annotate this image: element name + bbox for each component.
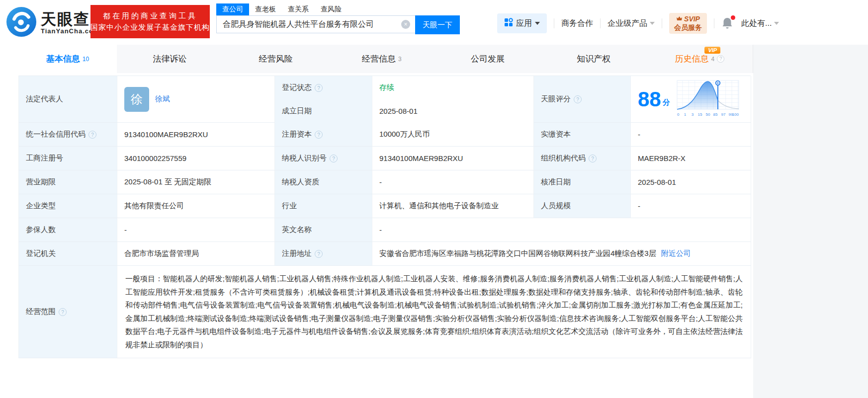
svip-member-badge[interactable]: SVIP 会员服务 xyxy=(669,13,707,34)
label-text: 登记状态 xyxy=(282,83,312,92)
value-taxpayer-qualification: - xyxy=(372,170,534,194)
value-industry: 计算机、通信和其他电子设备制造业 xyxy=(372,194,534,218)
value-legal-representative: 徐 徐斌 xyxy=(117,76,275,123)
help-icon[interactable]: ? xyxy=(315,250,323,258)
avatar[interactable]: 徐 xyxy=(124,87,149,112)
help-icon[interactable]: ? xyxy=(717,55,724,63)
chevron-down-icon xyxy=(535,22,540,25)
divider xyxy=(600,18,601,28)
tianyancha-logo[interactable]: 天眼查 TianYanCha.com xyxy=(6,6,100,39)
help-icon[interactable]: ? xyxy=(330,155,338,162)
score-distribution-chart: 0 1 3 15 50 85 97 99 100 xyxy=(676,79,740,120)
tab-basic-info[interactable]: 基本信息 10 xyxy=(18,45,117,73)
top-header: 天眼查 TianYanCha.com 都在用的商业查询工具 国家中小企业发展子基… xyxy=(0,0,868,45)
tab-label: 历史信息 xyxy=(675,53,709,65)
label-text: 纳税人资质 xyxy=(282,177,319,187)
legal-representative-link[interactable]: 徐斌 xyxy=(155,94,170,104)
value-approval-date: 2025-08-01 xyxy=(631,170,751,194)
table-row: 经营范围 ? 一般项目：智能机器人的研发;智能机器人销售;工业机器人销售;特殊作… xyxy=(19,266,751,358)
notification-dot xyxy=(731,15,735,20)
apps-menu[interactable]: 应用 xyxy=(497,13,547,33)
tab-company-development[interactable]: 公司发展 xyxy=(435,45,541,73)
label-text: 统一社会信用代码 xyxy=(26,130,86,139)
promo-line1: 都在用的商业查询工具 xyxy=(103,11,197,21)
notification-bell-icon[interactable] xyxy=(721,17,734,30)
label-registration-status: 登记状态 ? xyxy=(275,76,372,100)
value-insured-count: - xyxy=(117,218,275,242)
value-business-term: 2025-08-01 至 无固定期限 xyxy=(117,170,275,194)
tab-label: 经营信息 xyxy=(362,53,396,65)
tab-operation-info[interactable]: 经营信息 3 xyxy=(329,45,434,73)
value-credit-code: 91340100MAER9B2RXU xyxy=(117,123,275,147)
search-tabs: 查公司 查老板 查关系 查风险 xyxy=(216,3,460,15)
tab-label: 法律诉讼 xyxy=(153,53,187,65)
company-basic-info-table: 法定代表人 徐 徐斌 登记状态 ? 存续 天眼评分 ? 88 分 xyxy=(18,76,751,358)
value-organization-code: MAER9B2R-X xyxy=(631,147,751,170)
value-text: 计算机、通信和其他电子设备制造业 xyxy=(379,201,499,211)
label-text: 注册资本 xyxy=(282,130,312,139)
divider xyxy=(554,18,554,28)
svg-text:3: 3 xyxy=(691,112,694,117)
promo-banner: 都在用的商业查询工具 国家中小企业发展子基金旗下机构 xyxy=(90,5,210,38)
address-text: 安徽省合肥市瑶海区幸福路与桃花潭路交口中国网谷物联网科技产业园4幢综合楼3层 xyxy=(379,249,656,258)
svg-text:0: 0 xyxy=(677,112,680,117)
tab-label: 公司发展 xyxy=(471,53,505,65)
search-tab-risk[interactable]: 查风险 xyxy=(315,3,347,15)
value-paid-capital: - xyxy=(631,123,751,147)
label-english-name: 英文名称 xyxy=(275,218,372,242)
tab-label: 知识产权 xyxy=(577,53,610,65)
nav-business-cooperation[interactable]: 商务合作 xyxy=(561,18,593,29)
tab-legal-proceedings[interactable]: 法律诉讼 xyxy=(117,45,223,73)
clear-search-icon[interactable]: × xyxy=(401,20,410,29)
search-tab-relation[interactable]: 查关系 xyxy=(282,3,315,15)
label-business-term: 营业期限 xyxy=(19,170,117,194)
value-text: 2025-08-01 xyxy=(638,178,676,186)
value-english-name: - xyxy=(372,218,751,242)
tab-intellectual-property[interactable]: 知识产权 xyxy=(541,45,647,73)
value-text: 2025-08-01 xyxy=(379,107,418,115)
help-icon[interactable]: ? xyxy=(88,131,96,139)
value-tianyan-score[interactable]: 88 分 xyxy=(631,76,751,123)
label-text: 营业期限 xyxy=(26,177,56,187)
help-icon[interactable]: ? xyxy=(59,308,67,316)
search-button[interactable]: 天眼一下 xyxy=(415,15,460,34)
label-tianyan-score: 天眼评分 ? xyxy=(534,76,631,123)
search-tab-company[interactable]: 查公司 xyxy=(216,3,249,15)
label-taxpayer-qualification: 纳税人资质 xyxy=(275,170,372,194)
label-text: 注册地址 xyxy=(282,249,312,258)
apps-grid-icon xyxy=(504,18,513,29)
nav-account-menu[interactable]: 此处有... xyxy=(741,18,779,29)
value-text: 340100002257559 xyxy=(124,154,186,162)
help-icon[interactable]: ? xyxy=(574,95,582,103)
value-text: - xyxy=(379,226,382,234)
value-text: 其他有限责任公司 xyxy=(124,201,184,211)
value-text: - xyxy=(638,202,640,210)
label-organization-code: 组织机构代码 ? xyxy=(534,147,631,170)
nearby-companies-link[interactable]: 附近公司 xyxy=(661,249,691,258)
nav-enterprise-products[interactable]: 企业级产品 xyxy=(608,18,655,29)
tab-history-info[interactable]: VIP 历史信息 4 ? xyxy=(647,45,753,73)
help-icon[interactable]: ? xyxy=(315,84,323,92)
tab-operation-risk[interactable]: 经营风险 xyxy=(223,45,329,73)
label-registered-capital: 注册资本 ? xyxy=(275,123,372,147)
tab-label: 基本信息 xyxy=(46,53,80,65)
help-icon[interactable]: ? xyxy=(315,131,323,139)
label-text: 法定代表人 xyxy=(26,94,63,104)
label-industry: 行业 xyxy=(275,194,372,218)
label-text: 英文名称 xyxy=(282,225,312,235)
label-text: 组织机构代码 xyxy=(541,154,586,163)
value-text: MAER9B2R-X xyxy=(638,154,686,162)
search-input[interactable] xyxy=(216,15,415,33)
search-tab-boss[interactable]: 查老板 xyxy=(249,3,282,15)
table-row: 统一社会信用代码 ? 91340100MAER9B2RXU 注册资本 ? 100… xyxy=(19,123,751,147)
crown-icon xyxy=(676,15,683,23)
value-text: 10000万人民币 xyxy=(379,130,430,139)
chevron-down-icon xyxy=(650,22,655,25)
help-icon[interactable]: ? xyxy=(589,155,597,162)
label-insured-count: 参保人数 xyxy=(19,218,117,242)
vip-badge: VIP xyxy=(704,47,720,54)
label-company-type: 企业类型 xyxy=(19,194,117,218)
label-text: 核准日期 xyxy=(541,177,571,187)
account-label: 此处有... xyxy=(741,18,772,29)
divider xyxy=(662,18,662,28)
